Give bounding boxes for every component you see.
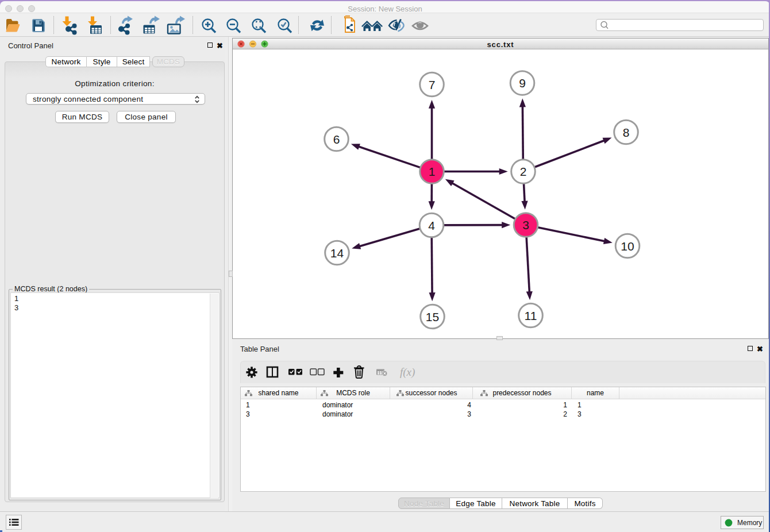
svg-text:f(x): f(x) <box>400 366 415 379</box>
svg-text:15: 15 <box>426 310 439 323</box>
svg-text:3: 3 <box>522 218 529 232</box>
svg-text:9: 9 <box>519 76 526 90</box>
svg-text:10: 10 <box>621 240 634 253</box>
svg-text:11: 11 <box>525 309 537 322</box>
svg-text:4: 4 <box>428 219 435 232</box>
svg-text:14: 14 <box>330 246 344 260</box>
svg-text:6: 6 <box>333 133 340 146</box>
svg-text:2: 2 <box>520 165 527 178</box>
svg-text:1: 1 <box>429 165 436 178</box>
svg-text:8: 8 <box>623 126 630 139</box>
svg-text:7: 7 <box>429 78 436 91</box>
